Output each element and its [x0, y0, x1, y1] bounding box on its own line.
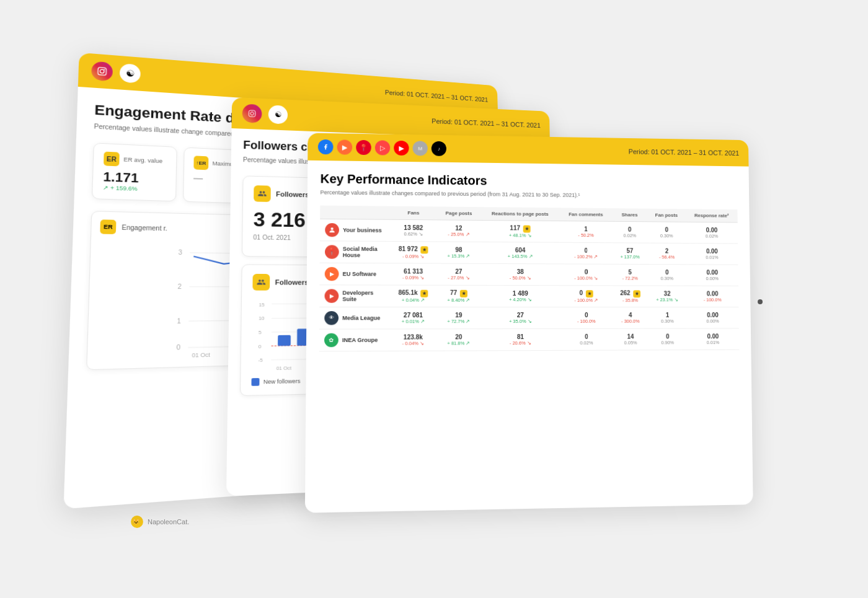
response-rate-cell: 0.00 0.00%	[686, 264, 738, 286]
col-reactions: Reactions to page posts	[480, 206, 560, 220]
fan-posts-cell: 0 0.30%	[648, 264, 686, 286]
fans-cell: 13 582 0.62% ↘	[390, 219, 437, 241]
reactions-cell: 38 - 50.0% ↘	[480, 263, 560, 284]
col-fan-posts: Fan posts	[647, 208, 686, 222]
fan-comments-cell: 0 - 100.0% ↘	[560, 263, 613, 285]
table-row: ▶ Developers Suite 865.1k ★ + 0.04% ↗ 77…	[319, 284, 738, 307]
svg-point-1	[100, 69, 104, 73]
kpi-period: Period: 01 OCT. 2021 – 31 OCT. 2021	[629, 147, 739, 156]
col-brand	[320, 205, 390, 219]
svg-text:3: 3	[179, 248, 183, 255]
svg-point-2	[104, 69, 105, 70]
fan-comments-cell: 0 - 100.0%	[560, 307, 613, 328]
legend-new-followers-label: New followers	[264, 377, 301, 385]
svg-text:🐱: 🐱	[133, 518, 140, 525]
shares-cell: 5 - 72.2%	[612, 263, 647, 285]
followers-yinyang-icon: ☯	[268, 105, 288, 124]
brand-avatar: 📍	[325, 244, 339, 258]
brand-avatar	[325, 222, 339, 236]
shares-cell: 57 + 137.0%	[612, 242, 647, 264]
engagement-chart-label: Engagement r.	[122, 223, 167, 231]
brand-cell: 📍 Social Media House	[320, 240, 390, 263]
col-shares: Shares	[612, 208, 647, 221]
svg-point-37	[331, 227, 334, 229]
table-row: ▶ EU Software 61 313 - 0.09% ↘ 27 - 27.0…	[319, 262, 738, 285]
header-icons: ☯	[91, 61, 141, 83]
instagram-icon	[91, 61, 113, 81]
page-posts-cell: 20 + 81.8% ↗	[437, 328, 480, 351]
response-rate-cell: 0.00 0.02%	[686, 221, 738, 243]
fans-cell: 865.1k ★ + 0.04% ↗	[389, 284, 437, 306]
fan-posts-cell: 0 0.90%	[649, 328, 687, 350]
fan-comments-cell: 0 - 100.2% ↗	[560, 242, 613, 263]
pin-icon: 📍	[356, 139, 371, 154]
svg-text:01 Oct: 01 Oct	[277, 365, 292, 371]
kpi-table-body: Your business 13 582 0.62% ↘ 12 - 25.0% …	[319, 218, 740, 351]
brand-avatar: ▶	[324, 288, 339, 302]
play-icon: ▶	[337, 139, 353, 154]
page-posts-cell: 98 + 15.3% ↗	[437, 241, 480, 263]
shares-cell: 0 0.02%	[612, 221, 647, 242]
yin-yang-icon: ☯	[120, 63, 141, 84]
brand-avatar: 👁	[324, 310, 339, 324]
facebook-icon	[318, 139, 334, 154]
response-rate-cell: 0.00 0.01%	[686, 328, 739, 350]
svg-text:0: 0	[177, 344, 181, 351]
er-label: ER avg. value	[123, 156, 162, 164]
page-posts-cell: 27 - 27.0% ↘	[437, 263, 480, 284]
svg-text:01 Oct: 01 Oct	[192, 351, 210, 358]
svg-text:15: 15	[259, 302, 265, 307]
svg-point-14	[250, 112, 254, 115]
kpi-body: Key Performance Indicators Percentage va…	[306, 160, 751, 363]
reactions-cell: 604 + 143.5% ↗	[480, 241, 560, 263]
shares-cell: 262 ★ - 35.8%	[613, 285, 649, 307]
media-icon: M	[413, 141, 428, 156]
fan-posts-cell: 2 - 56.4%	[647, 242, 686, 264]
fans-cell: 27 081 + 0.01% ↗	[389, 307, 437, 328]
followers-period: Period: 01 OCT. 2021 – 31 OCT. 2021	[432, 117, 540, 129]
brand-name: INEA Groupe	[342, 336, 378, 343]
legend-new-followers-box	[251, 378, 259, 386]
page-posts-cell: 77 ★ + 8.40% ↗	[437, 284, 480, 306]
fans-cell: 81 972 ★ - 0.09% ↘	[389, 241, 436, 263]
followers-instagram-icon	[242, 103, 262, 123]
napoleoncat-text: NapoleonCat.	[148, 518, 189, 525]
shares-cell: 14 0.05%	[613, 328, 649, 350]
brand-cell: ▶ EU Software	[319, 262, 389, 284]
kpi-table: Fans Page posts Reactions to page posts …	[319, 205, 740, 351]
table-row: 📍 Social Media House 81 972 ★ - 0.09% ↘ …	[320, 240, 738, 264]
col-response-rate: Response rate²	[686, 208, 738, 222]
table-row: Your business 13 582 0.62% ↘ 12 - 25.0% …	[320, 218, 738, 243]
brand-cell: 👁 Media League	[319, 306, 389, 328]
col-page-posts: Page posts	[437, 206, 480, 220]
er-value: 1.171	[103, 169, 166, 187]
followers-change-icon	[252, 273, 270, 290]
brand-cell: Your business	[320, 218, 390, 240]
tiktok-icon: ♪	[432, 141, 446, 156]
followers-section-icon	[254, 185, 271, 202]
followers-section-title: Followers	[276, 190, 309, 198]
scene: ☯ Period: 01 OCT. 2021 – 31 OCT. 2021 En…	[93, 45, 775, 553]
svg-text:5: 5	[259, 329, 262, 335]
brand-avatar: ▶	[325, 266, 339, 280]
tri-icon: ▷	[375, 140, 390, 155]
napoleoncat-logo: 🐱 NapoleonCat.	[130, 515, 189, 529]
brand-name: Media League	[342, 314, 380, 320]
svg-text:10: 10	[259, 315, 265, 320]
card-kpi: ▶ 📍 ▷ ▶ M ♪ Period: 01 OCT. 2021 – 31 OC…	[305, 133, 753, 512]
fans-cell: 123.8k - 0.04% ↘	[389, 328, 437, 351]
fan-comments-cell: 1 - 50.2%	[560, 221, 613, 242]
shares-cell: 4 - 300.0%	[613, 307, 649, 328]
fans-cell: 61 313 - 0.09% ↘	[389, 263, 436, 285]
svg-text:0: 0	[259, 343, 262, 349]
dot-indicator	[758, 299, 763, 304]
fan-posts-cell: 0 0.30%	[647, 221, 686, 243]
svg-rect-0	[98, 67, 107, 75]
response-rate-cell: 0.00 0.00%	[686, 307, 739, 328]
er-icon: ER	[104, 151, 120, 166]
kpi-social-icons: ▶ 📍 ▷ ▶ M ♪	[318, 139, 446, 156]
youtube-icon: ▶	[394, 140, 409, 155]
response-rate-cell: 0.00 0.01%	[686, 243, 738, 265]
followers-header-icons: ☯	[242, 103, 288, 124]
brand-name: EU Software	[343, 270, 376, 276]
